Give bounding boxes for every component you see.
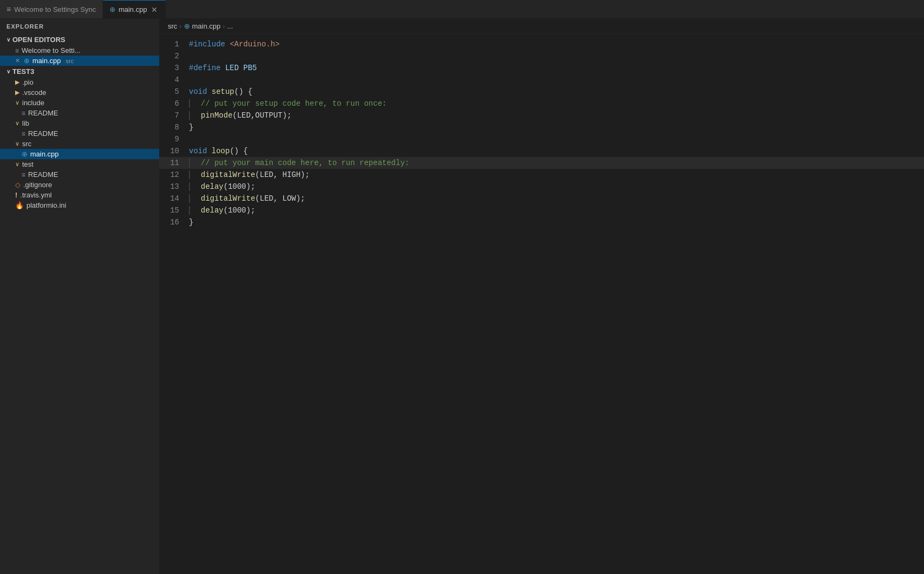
code-line-13: 13 delay(1000);: [159, 181, 924, 193]
editor-main-cpp-sub: src: [66, 58, 74, 64]
folder-test-label: test: [22, 160, 33, 168]
code-line-5: 5 void setup() {: [159, 86, 924, 98]
code-editor[interactable]: 1 #include <Arduino.h> 2 3 #define LED P…: [159, 34, 924, 574]
platformio-icon: 🔥: [15, 201, 24, 209]
cpp-editor-icon: ⊕: [24, 57, 30, 65]
main-cpp-icon: ⊕: [22, 150, 28, 158]
tab-close-button[interactable]: ✕: [150, 4, 159, 15]
file-travis[interactable]: ! .travis.yml: [0, 190, 159, 200]
folder-lib-label: lib: [22, 119, 29, 127]
code-line-14: 14 digitalWrite(LED, LOW);: [159, 193, 924, 204]
open-editor-welcome[interactable]: ≡ Welcome to Setti...: [0, 45, 159, 56]
editor-area: src › ⊕ main.cpp › ... 1 #include <Ardui…: [159, 19, 924, 574]
code-line-10: 10 void loop() {: [159, 145, 924, 157]
code-line-6: 6 // put your setup code here, to run on…: [159, 98, 924, 110]
project-label: TEST3: [12, 67, 34, 76]
folder-vscode[interactable]: ▶ .vscode: [0, 87, 159, 98]
platformio-label: platformio.ini: [26, 201, 66, 209]
welcome-tab-icon: ≡: [6, 5, 11, 13]
welcome-file-label: Welcome to Setti...: [22, 46, 80, 54]
travis-label: .travis.yml: [20, 191, 52, 199]
file-lib-readme-label: README: [28, 129, 58, 138]
folder-pio[interactable]: ▶ .pio: [0, 77, 159, 87]
breadcrumb-main-cpp: ⊕ main.cpp: [184, 22, 221, 30]
gitignore-icon: ◇: [15, 181, 21, 189]
file-test-readme[interactable]: ≡ README: [0, 169, 159, 180]
folder-include[interactable]: ∨ include: [0, 98, 159, 108]
folder-src-label: src: [22, 140, 31, 148]
open-editors-header[interactable]: ∨ OPEN EDITORS: [0, 34, 159, 45]
tab-welcome-label: Welcome to Settings Sync: [14, 5, 96, 13]
gitignore-label: .gitignore: [23, 181, 52, 189]
folder-src[interactable]: ∨ src: [0, 139, 159, 149]
code-line-3: 3 #define LED PB5: [159, 62, 924, 74]
code-line-8: 8 }: [159, 121, 924, 133]
code-line-9: 9: [159, 133, 924, 145]
open-editors-label: OPEN EDITORS: [12, 36, 65, 44]
code-line-7: 7 pinMode(LED,OUTPUT);: [159, 110, 924, 121]
main-cpp-label: main.cpp: [30, 150, 59, 158]
breadcrumb-cpp-icon: ⊕: [184, 22, 190, 30]
travis-icon: !: [15, 191, 17, 199]
breadcrumb-sep-2: ›: [222, 22, 225, 30]
welcome-file-icon: ≡: [15, 47, 19, 54]
tab-bar: ≡ Welcome to Settings Sync ⊕ main.cpp ✕: [0, 0, 924, 19]
tab-main-cpp[interactable]: ⊕ main.cpp ✕: [103, 0, 166, 18]
open-editor-main-cpp[interactable]: ✕ ⊕ main.cpp src: [0, 56, 159, 66]
file-include-readme[interactable]: ≡ README: [0, 108, 159, 118]
folder-lib[interactable]: ∨ lib: [0, 118, 159, 128]
readme-icon-3: ≡: [22, 171, 25, 179]
code-line-16: 16 }: [159, 216, 924, 228]
project-header[interactable]: ∨ TEST3: [0, 66, 159, 77]
folder-test[interactable]: ∨ test: [0, 159, 159, 169]
tab-welcome[interactable]: ≡ Welcome to Settings Sync: [0, 0, 103, 18]
cpp-tab-icon: ⊕: [110, 5, 116, 13]
project-chevron: ∨: [6, 69, 10, 74]
readme-icon-1: ≡: [22, 110, 25, 117]
breadcrumb-sep-1: ›: [179, 22, 181, 30]
breadcrumb-src: src: [168, 22, 177, 30]
code-line-4: 4: [159, 74, 924, 86]
folder-vscode-chevron: ▶: [15, 89, 19, 96]
editor-main-cpp-label: main.cpp: [32, 57, 61, 65]
file-lib-readme[interactable]: ≡ README: [0, 128, 159, 139]
code-line-1: 1 #include <Arduino.h>: [159, 38, 924, 50]
file-include-readme-label: README: [28, 109, 58, 117]
open-editors-chevron: ∨: [6, 37, 10, 43]
file-platformio[interactable]: 🔥 platformio.ini: [0, 200, 159, 210]
code-line-11: 11 // put your main code here, to run re…: [159, 157, 924, 169]
file-test-readme-label: README: [28, 170, 58, 179]
file-gitignore[interactable]: ◇ .gitignore: [0, 180, 159, 190]
readme-icon-2: ≡: [22, 130, 25, 138]
code-line-12: 12 digitalWrite(LED, HIGH);: [159, 169, 924, 181]
folder-lib-chevron: ∨: [15, 120, 19, 127]
sidebar: EXPLORER ∨ OPEN EDITORS ≡ Welcome to Set…: [0, 19, 159, 574]
editor-close-icon[interactable]: ✕: [15, 57, 20, 64]
code-line-15: 15 delay(1000);: [159, 204, 924, 216]
file-main-cpp[interactable]: ⊕ main.cpp: [0, 149, 159, 159]
breadcrumb: src › ⊕ main.cpp › ...: [159, 19, 924, 34]
main-layout: EXPLORER ∨ OPEN EDITORS ≡ Welcome to Set…: [0, 19, 924, 574]
folder-vscode-label: .vscode: [22, 88, 46, 97]
folder-include-chevron: ∨: [15, 99, 19, 106]
folder-pio-label: .pio: [22, 78, 33, 86]
breadcrumb-ellipsis: ...: [227, 22, 233, 30]
tab-main-cpp-label: main.cpp: [119, 5, 147, 13]
folder-test-chevron: ∨: [15, 161, 19, 168]
folder-include-label: include: [22, 99, 44, 107]
sidebar-title: EXPLORER: [0, 19, 159, 34]
folder-src-chevron: ∨: [15, 140, 19, 147]
folder-pio-chevron: ▶: [15, 79, 19, 86]
code-line-2: 2: [159, 50, 924, 62]
